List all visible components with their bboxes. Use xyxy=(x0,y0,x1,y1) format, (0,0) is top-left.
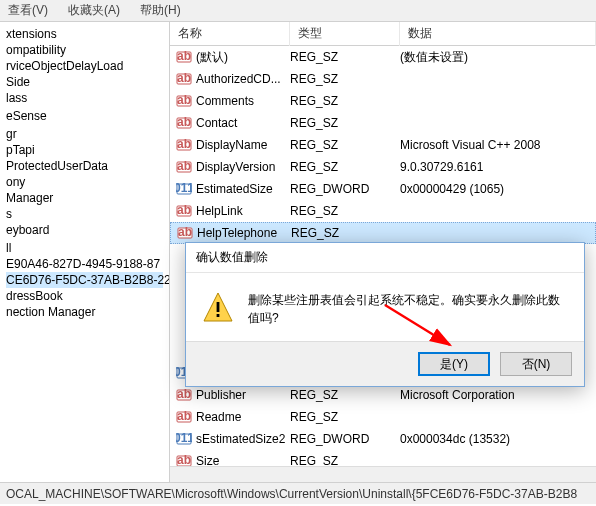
svg-text:ab: ab xyxy=(177,71,191,85)
warning-icon xyxy=(202,291,234,326)
value-name: DisplayName xyxy=(196,138,290,152)
table-row[interactable]: abContactREG_SZ xyxy=(170,112,596,134)
svg-text:ab: ab xyxy=(177,49,191,63)
svg-text:ab: ab xyxy=(177,409,191,423)
tree-item[interactable]: Side xyxy=(6,74,163,90)
string-value-icon: ab xyxy=(176,49,192,65)
tree-item[interactable]: ProtectedUserData xyxy=(6,158,163,174)
value-data: 0x000034dc (13532) xyxy=(400,432,596,446)
col-data[interactable]: 数据 xyxy=(400,22,596,46)
value-data: 9.0.30729.6161 xyxy=(400,160,596,174)
value-name: (默认) xyxy=(196,49,290,66)
menu-bar: 查看(V) 收藏夹(A) 帮助(H) xyxy=(0,0,596,22)
svg-text:ab: ab xyxy=(177,453,191,467)
value-name: sEstimatedSize2 xyxy=(196,432,290,446)
table-row[interactable]: abDisplayNameREG_SZMicrosoft Visual C++ … xyxy=(170,134,596,156)
status-bar: OCAL_MACHINE\SOFTWARE\Microsoft\Windows\… xyxy=(0,482,596,504)
yes-button[interactable]: 是(Y) xyxy=(418,352,490,376)
tree-item[interactable]: ll xyxy=(6,240,163,256)
tree-item[interactable]: dressBook xyxy=(6,288,163,304)
binary-value-icon: 011 xyxy=(176,181,192,197)
value-type: REG_SZ xyxy=(290,94,400,108)
svg-text:ab: ab xyxy=(178,225,192,239)
tree-item[interactable]: eSense xyxy=(6,108,163,124)
svg-text:011: 011 xyxy=(176,431,192,445)
menu-help[interactable]: 帮助(H) xyxy=(136,0,185,21)
value-type: REG_SZ xyxy=(290,50,400,64)
horizontal-scrollbar[interactable] xyxy=(170,466,596,482)
svg-text:ab: ab xyxy=(177,387,191,401)
table-row[interactable]: 011EstimatedSizeREG_DWORD0x00000429 (106… xyxy=(170,178,596,200)
value-name: HelpLink xyxy=(196,204,290,218)
value-type: REG_SZ xyxy=(291,226,401,240)
value-type: REG_SZ xyxy=(290,116,400,130)
tree-item[interactable]: ony xyxy=(6,174,163,190)
confirm-delete-dialog: 确认数值删除 删除某些注册表值会引起系统不稳定。确实要永久删除此数值吗? 是(Y… xyxy=(185,242,585,387)
tree-item[interactable]: rviceObjectDelayLoad xyxy=(6,58,163,74)
menu-view[interactable]: 查看(V) xyxy=(4,0,52,21)
dialog-buttons: 是(Y) 否(N) xyxy=(186,341,584,386)
string-value-icon: ab xyxy=(176,71,192,87)
value-data: 0x00000429 (1065) xyxy=(400,182,596,196)
list-header: 名称 类型 数据 xyxy=(170,22,596,46)
string-value-icon: ab xyxy=(176,203,192,219)
value-name: Publisher xyxy=(196,388,290,402)
registry-tree[interactable]: xtensionsompatibilityrviceObjectDelayLoa… xyxy=(0,22,170,482)
table-row[interactable]: abPublisherREG_SZMicrosoft Corporation xyxy=(170,384,596,406)
svg-rect-29 xyxy=(217,302,220,312)
svg-rect-30 xyxy=(217,314,220,317)
table-row[interactable]: abDisplayVersionREG_SZ9.0.30729.6161 xyxy=(170,156,596,178)
dialog-message: 删除某些注册表值会引起系统不稳定。确实要永久删除此数值吗? xyxy=(248,291,568,327)
tree-item[interactable]: CE6D76-F5DC-37AB-B2B8-22 xyxy=(6,272,163,288)
value-type: REG_SZ xyxy=(290,204,400,218)
string-value-icon: ab xyxy=(176,137,192,153)
table-row[interactable]: abHelpTelephoneREG_SZ xyxy=(170,222,596,244)
tree-item[interactable]: s xyxy=(6,206,163,222)
string-value-icon: ab xyxy=(177,225,193,241)
tree-item[interactable]: xtensions xyxy=(6,26,163,42)
tree-item[interactable]: ompatibility xyxy=(6,42,163,58)
string-value-icon: ab xyxy=(176,409,192,425)
value-name: HelpTelephone xyxy=(197,226,291,240)
value-name: Readme xyxy=(196,410,290,424)
value-data: (数值未设置) xyxy=(400,49,596,66)
table-row[interactable]: abAuthorizedCD...REG_SZ xyxy=(170,68,596,90)
string-value-icon: ab xyxy=(176,115,192,131)
value-name: EstimatedSize xyxy=(196,182,290,196)
value-name: Contact xyxy=(196,116,290,130)
value-type: REG_DWORD xyxy=(290,182,400,196)
tree-item[interactable]: Manager xyxy=(6,190,163,206)
svg-text:ab: ab xyxy=(177,203,191,217)
tree-item[interactable]: gr xyxy=(6,126,163,142)
table-row[interactable]: 011sEstimatedSize2REG_DWORD0x000034dc (1… xyxy=(170,428,596,450)
value-data: Microsoft Corporation xyxy=(400,388,596,402)
table-row[interactable]: abReadmeREG_SZ xyxy=(170,406,596,428)
menu-favorites[interactable]: 收藏夹(A) xyxy=(64,0,124,21)
binary-value-icon: 011 xyxy=(176,431,192,447)
string-value-icon: ab xyxy=(176,387,192,403)
value-type: REG_SZ xyxy=(290,388,400,402)
table-row[interactable]: abCommentsREG_SZ xyxy=(170,90,596,112)
value-type: REG_SZ xyxy=(290,138,400,152)
no-button[interactable]: 否(N) xyxy=(500,352,572,376)
table-row[interactable]: abHelpLinkREG_SZ xyxy=(170,200,596,222)
dialog-title: 确认数值删除 xyxy=(186,243,584,273)
svg-text:ab: ab xyxy=(177,137,191,151)
tree-item[interactable]: lass xyxy=(6,90,163,106)
col-type[interactable]: 类型 xyxy=(290,22,400,46)
string-value-icon: ab xyxy=(176,159,192,175)
tree-item[interactable]: pTapi xyxy=(6,142,163,158)
value-name: AuthorizedCD... xyxy=(196,72,290,86)
value-type: REG_SZ xyxy=(290,160,400,174)
value-name: DisplayVersion xyxy=(196,160,290,174)
svg-text:ab: ab xyxy=(177,93,191,107)
svg-text:ab: ab xyxy=(177,159,191,173)
tree-item[interactable]: eyboard xyxy=(6,222,163,238)
col-name[interactable]: 名称 xyxy=(170,22,290,46)
tree-item[interactable]: nection Manager xyxy=(6,304,163,320)
value-type: REG_SZ xyxy=(290,72,400,86)
tree-item[interactable]: E90A46-827D-4945-9188-87 xyxy=(6,256,163,272)
svg-text:011: 011 xyxy=(176,181,192,195)
table-row[interactable]: ab(默认)REG_SZ(数值未设置) xyxy=(170,46,596,68)
value-type: REG_DWORD xyxy=(290,432,400,446)
